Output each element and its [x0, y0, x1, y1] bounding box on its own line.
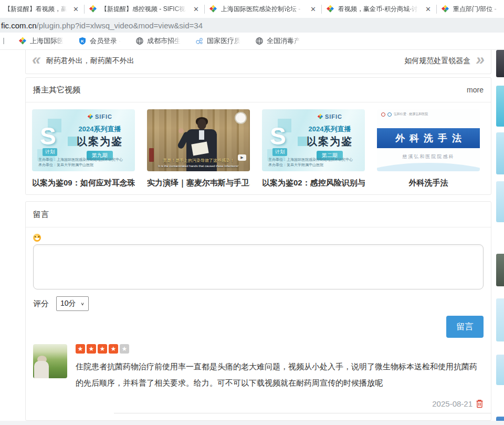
sidebar-thumb-clipped [496, 86, 504, 127]
bookmark-label: 上海国际医 [30, 36, 64, 46]
thumb-org2: 承办单位：复旦大学附属中山医院 [38, 162, 123, 168]
stamp-logo-icon [235, 112, 247, 124]
sific-favicon-icon [326, 5, 334, 13]
url-path: /plugin.php?id=xlwsq_video&mod=view&sid=… [37, 21, 203, 30]
star-icon: ★ [109, 344, 118, 354]
video-card-3[interactable]: S 计划 SIFIC 2024系列直播 以案为鉴 第二期 主办单位：上海国际医院… [262, 109, 365, 188]
tab-title: 重点部门/部位 - [453, 5, 500, 14]
star-icon: ★ [120, 344, 129, 354]
thumb-series: 2024系列直播 [299, 125, 361, 134]
thumb-caption: 慈溪弘和医院院感科 [377, 153, 480, 160]
svg-text:K: K [81, 39, 84, 44]
comment-item: ★ ★ ★ ★ ★ 住院患者抗菌药物治疗前使用率一直都是头痛的老大难问题，视频从… [33, 344, 484, 413]
chevron-down-icon: ∨ [81, 302, 85, 306]
tab-4[interactable]: 看视频，赢金币-积分商城-讨 ✕ [322, 0, 436, 18]
browser-window: 【新提醒】看视频，赢金币-积 ✕ 【新提醒】感控视频 - SIFIC视 ✕ 上海… [0, 0, 504, 425]
rating-select[interactable]: 10分 ∨ [56, 296, 89, 311]
bookmark-disinfection[interactable]: 全国消毒产 [255, 36, 301, 46]
tab-5[interactable]: 重点部门/部位 - [437, 0, 504, 18]
close-icon[interactable]: ✕ [72, 5, 80, 13]
video-thumbnail[interactable]: ▶ 竟是！是手上的污染导致了这些感染！ It is the contaminat… [147, 109, 250, 171]
tab-title: 【新提醒】感控视频 - SIFIC视 [101, 5, 188, 14]
bookmark-member-login[interactable]: K 会员登录 - [78, 36, 121, 46]
sidebar-thumb-clipped [496, 355, 504, 385]
rating-value: 10分 [60, 299, 76, 308]
page-background-strip [0, 421, 504, 425]
thumb-name: 以案为鉴 [69, 134, 131, 149]
subtitle-line-2: It is the contaminated hands that caused… [149, 163, 248, 169]
star-icon: ★ [98, 344, 107, 354]
video-card-4[interactable]: 弘和仁爱 · 慈溪弘和医院 外科洗手法 慈溪弘和医院院感科 外科洗手法 [377, 109, 480, 188]
sific-logo-icon [317, 113, 323, 120]
bookmark-label: 全国消毒产 [267, 36, 301, 46]
close-icon[interactable]: ✕ [424, 5, 432, 13]
sific-logo-icon [87, 113, 93, 120]
video-title[interactable]: 以案为鉴02：感控风险识别与... [262, 178, 365, 188]
tab-1[interactable]: 【新提醒】看视频，赢金币-积 ✕ [0, 0, 84, 18]
video-thumbnail[interactable]: S 计划 SIFIC 2024系列直播 以案为鉴 第九期 主办单位：上海国际医院… [32, 109, 135, 171]
comments-section: 留言 评分 10分 ∨ 留言 ★ ★ ★ [25, 201, 491, 421]
video-title[interactable]: 实力演绎｜塞麦尔韦斯与手卫... [147, 178, 250, 188]
globe-icon [135, 37, 144, 45]
tab-strip: 【新提醒】看视频，赢金币-积 ✕ 【新提醒】感控视频 - SIFIC视 ✕ 上海… [0, 0, 504, 18]
star-icon: ★ [87, 344, 96, 354]
video-title[interactable]: 以案为鉴09：如何应对耳念珠... [32, 178, 135, 188]
bookmark-chengdu[interactable]: 成都市招生 [135, 36, 181, 46]
chevrons-right-icon: » [476, 54, 485, 65]
address-bar[interactable]: fic.com.cn/plugin.php?id=xlwsq_video&mod… [0, 18, 504, 33]
comment-text: 住院患者抗菌药物治疗前使用率一直都是头痛的老大难问题，视频从小处入手，说明了微生… [76, 358, 484, 391]
other-videos-section: 播主其它视频 more S 计划 SIFIC 2024系列直播 以案为鉴 [25, 77, 491, 195]
comment-date: 2025-08-21 [432, 399, 472, 408]
tab-title: 看视频，赢金币-积分商城-讨 [338, 5, 421, 14]
rating-label: 评分 [33, 299, 49, 309]
tab-title: 上海国际医院感染控制论坛 - [221, 5, 306, 14]
thumb-logo-text: SIFIC [95, 113, 112, 120]
sific-favicon-icon [209, 5, 217, 13]
bookmark-clipped [0, 38, 4, 44]
tab-2[interactable]: 【新提醒】感控视频 - SIFIC视 ✕ [85, 0, 204, 18]
next-video-link[interactable]: 如何规范处置锐器盒 » [404, 56, 485, 68]
url-domain: fic.com.cn [1, 21, 37, 30]
bookmarks-bar: 上海国际医 K 会员登录 - 成都市招生 国家医疗质 全国消毒产 [0, 33, 504, 50]
avatar[interactable] [33, 344, 67, 378]
thumb-series: 2024系列直播 [69, 125, 131, 134]
emoji-picker-icon[interactable] [33, 234, 41, 242]
thumb-org1: 主办单位：上海国际医院感染控制论坛技术研究中心 [268, 157, 353, 162]
star-icon: ★ [76, 344, 85, 354]
prev-next-bar: « 耐药君外出，耐药菌不外出 如何规范处置锐器盒 » [25, 50, 491, 74]
section-title: 留言 [33, 210, 49, 220]
video-card-2[interactable]: ▶ 竟是！是手上的污染导致了这些感染！ It is the contaminat… [147, 109, 250, 188]
bookmark-label: 成都市招生 [147, 36, 181, 46]
thumb-header-text: 弘和仁爱 · 慈溪弘和医院 [394, 112, 428, 117]
thumb-plan-badge: 计划 [43, 148, 57, 156]
video-thumbnail[interactable]: S 计划 SIFIC 2024系列直播 以案为鉴 第二期 主办单位：上海国际医院… [262, 109, 365, 171]
hospital-logo-icon [387, 112, 392, 117]
bookmark-medical-quality[interactable]: 国家医疗质 [195, 36, 241, 46]
star-rating: ★ ★ ★ ★ ★ [76, 344, 484, 354]
comment-input[interactable] [33, 244, 484, 289]
video-thumbnail[interactable]: 弘和仁爱 · 慈溪弘和医院 外科洗手法 慈溪弘和医院院感科 [377, 109, 480, 171]
delete-icon[interactable] [476, 399, 484, 408]
thumb-name: 以案为鉴 [299, 134, 361, 149]
more-link[interactable]: more [467, 86, 484, 94]
video-card-1[interactable]: S 计划 SIFIC 2024系列直播 以案为鉴 第九期 主办单位：上海国际医院… [32, 109, 135, 188]
thumb-org1: 主办单位：上海国际医院感染控制论坛技术研究中心 [38, 157, 123, 162]
next-video-title: 如何规范处置锐器盒 [404, 56, 470, 66]
tab-title: 【新提醒】看视频，赢金币-积 [4, 5, 68, 14]
subtitle-line-1: 竟是！是手上的污染导致了这些感染！ [149, 158, 248, 163]
video-title[interactable]: 外科洗手法 [377, 178, 480, 188]
submit-comment-button[interactable]: 留言 [446, 316, 484, 338]
bookmark-sific[interactable]: 上海国际医 [18, 36, 64, 46]
thumb-big-letter: S [270, 124, 286, 148]
close-icon[interactable]: ✕ [309, 5, 317, 13]
thumb-banner: 外科洗手法 [377, 128, 480, 148]
sific-favicon-icon [441, 5, 449, 13]
tab-3[interactable]: 上海国际医院感染控制论坛 - ✕ [205, 0, 321, 18]
divider [114, 413, 491, 413]
prev-video-link[interactable]: « 耐药君外出，耐药菌不外出 [32, 56, 134, 68]
video-list: S 计划 SIFIC 2024系列直播 以案为鉴 第九期 主办单位：上海国际医院… [26, 102, 491, 188]
close-icon[interactable]: ✕ [192, 5, 200, 13]
prev-video-title: 耐药君外出，耐药菌不外出 [46, 56, 134, 66]
sific-favicon-icon [18, 37, 27, 45]
thumb-big-letter: S [40, 124, 56, 148]
